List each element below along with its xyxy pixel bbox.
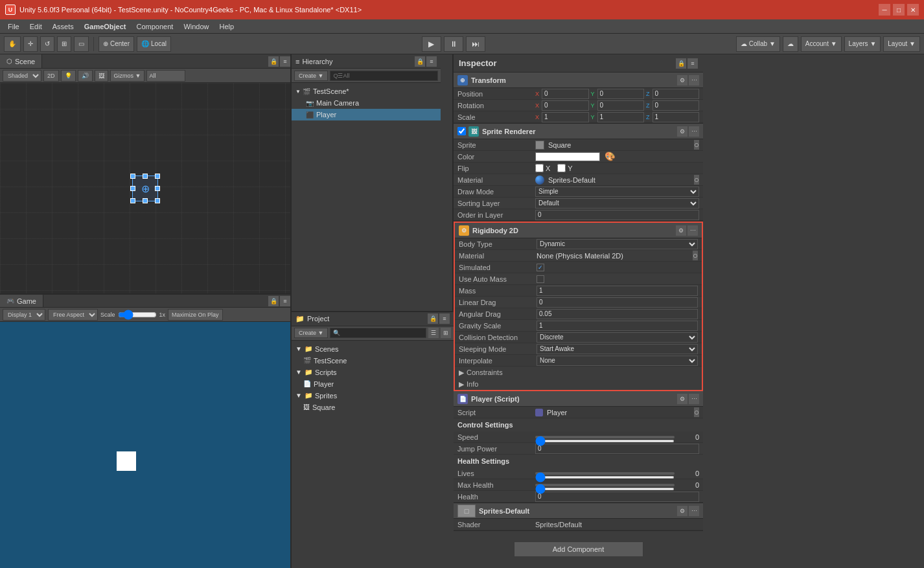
cloud-button[interactable]: ☁ [783,36,798,52]
hier-testscene[interactable]: ▼ 🎬 TestScene* [292,85,441,97]
handle-ml[interactable] [130,186,135,191]
sd-settings-btn[interactable]: ⚙ [677,506,687,516]
sorting-layer-select[interactable]: Default [535,198,699,209]
hier-create-btn[interactable]: Create ▼ [294,71,328,81]
rb2d-mat-select-btn[interactable]: ○ [693,251,698,260]
sleeping-mode-select[interactable]: Start Awake [537,344,698,354]
menu-edit[interactable]: Edit [25,21,47,32]
maximize-button[interactable]: □ [893,4,905,16]
tab-game[interactable]: 🎮 Game [0,295,43,307]
maximize-btn[interactable]: Maximize On Play [168,309,223,321]
collab-button[interactable]: ☁ Collab ▼ [736,36,780,52]
rb2d-more-btn[interactable]: ⋯ [687,225,698,236]
hierarchy-lock-btn[interactable]: 🔒 [415,56,425,67]
scene-2d-btn[interactable]: 2D [43,70,59,82]
transform-more-btn[interactable]: ⋯ [689,75,699,85]
handle-br[interactable] [155,198,160,203]
menu-assets[interactable]: Assets [47,21,79,32]
flip-y-check[interactable] [557,164,566,172]
rotate-tool[interactable]: ↺ [40,36,54,52]
project-menu-btn[interactable]: ≡ [439,313,450,324]
rigidbody2d-header[interactable]: ⚙ Rigidbody 2D ⚙ ⋯ [455,223,702,238]
close-button[interactable]: ✕ [907,4,919,16]
minimize-button[interactable]: ─ [879,4,890,16]
gizmos-btn[interactable]: Gizmos ▼ [110,70,145,82]
color-picker[interactable] [535,152,600,161]
hierarchy-menu-btn[interactable]: ≡ [426,56,437,67]
mass-input[interactable] [537,286,698,296]
game-menu-btn[interactable]: ≡ [280,296,290,306]
scale-slider[interactable] [118,310,157,320]
proj-scripts[interactable]: ▼ 📁 Scripts [292,367,454,378]
scene-img-btn[interactable]: 🖼 [95,70,108,82]
step-button[interactable]: ⏭ [466,36,485,52]
scale-y-input[interactable] [597,112,644,122]
proj-view-btn[interactable]: ☰ [428,328,439,338]
material-select-btn[interactable]: ○ [694,175,699,185]
rect-tool[interactable]: ▭ [74,36,89,52]
proj-square[interactable]: 🖼 Square [292,402,454,413]
proj-create-btn[interactable]: Create ▼ [294,328,328,338]
scene-audio-btn[interactable]: 🔊 [78,70,93,82]
color-eyedropper[interactable]: 🎨 [605,152,616,161]
aspect-select[interactable]: Free Aspect [48,309,98,321]
scene-menu-btn[interactable]: ≡ [280,56,290,67]
proj-sprites[interactable]: ▼ 📁 Sprites [292,390,454,402]
linear-drag-input[interactable] [537,297,698,308]
menu-gameobject[interactable]: GameObject [79,21,132,32]
script-select-btn[interactable]: ○ [694,407,699,417]
gravity-scale-input[interactable] [537,321,698,331]
add-component-button[interactable]: Add Component [514,541,643,557]
scale-x-input[interactable] [542,112,588,122]
scene-light-btn[interactable]: 💡 [61,70,76,82]
menu-help[interactable]: Help [214,21,240,32]
hier-player[interactable]: ⬛ Player [292,109,441,120]
transform-settings-btn[interactable]: ⚙ [677,75,687,85]
hand-tool[interactable]: ✋ [4,36,21,52]
sd-more-btn[interactable]: ⋯ [689,506,699,516]
body-type-select[interactable]: Dynamic [537,239,698,249]
menu-file[interactable]: File [3,21,25,32]
project-lock-btn[interactable]: 🔒 [428,313,438,324]
auto-mass-checkbox[interactable] [537,275,544,283]
sr-settings-btn[interactable]: ⚙ [677,126,687,137]
center-button[interactable]: ⊕ Center [98,36,134,52]
ps-settings-btn[interactable]: ⚙ [677,394,687,404]
scene-search[interactable] [146,70,185,82]
sprite-select-btn[interactable]: ○ [694,140,699,150]
menu-component[interactable]: Component [132,21,179,32]
handle-tl[interactable] [130,174,135,179]
sr-more-btn[interactable]: ⋯ [689,126,699,137]
proj-player-script[interactable]: 📄 Player [292,378,454,390]
rb2d-settings-btn[interactable]: ⚙ [676,225,686,236]
scene-lock-btn[interactable]: 🔒 [268,56,279,67]
max-health-slider[interactable] [535,488,675,490]
move-tool[interactable]: ✛ [23,36,38,52]
scale-tool[interactable]: ⊞ [57,36,71,52]
order-layer-input[interactable] [535,210,699,220]
constraints-row[interactable]: ▶ Constraints [455,367,702,378]
game-lock-btn[interactable]: 🔒 [268,296,279,306]
flip-x-check[interactable] [535,164,544,172]
scene-player-object[interactable]: ⊕ [132,176,158,201]
sprite-renderer-enabled[interactable] [457,127,466,135]
account-button[interactable]: Account ▼ [801,36,842,52]
rot-y-input[interactable] [597,100,644,111]
pause-button[interactable]: ⏸ [444,36,463,52]
ps-more-btn[interactable]: ⋯ [689,394,699,404]
inspector-lock-btn[interactable]: 🔒 [676,58,686,69]
handle-tr[interactable] [155,174,160,179]
handle-mr[interactable] [155,186,160,191]
speed-slider[interactable] [535,440,675,442]
simulated-checkbox[interactable] [537,264,544,271]
lives-slider[interactable] [535,476,675,479]
sprite-renderer-header[interactable]: 🖼 Sprite Renderer ⚙ ⋯ [454,124,703,139]
handle-bm[interactable] [143,198,148,203]
interpolate-select[interactable]: None [537,356,698,366]
proj-search[interactable] [330,328,426,338]
collision-detection-select[interactable]: Discrete [537,332,698,343]
display-select[interactable]: Display 1 [3,309,45,321]
draw-mode-select[interactable]: Simple [535,187,699,197]
layout-button[interactable]: Layout ▼ [883,36,920,52]
shaded-dropdown[interactable]: Shaded [3,70,41,82]
